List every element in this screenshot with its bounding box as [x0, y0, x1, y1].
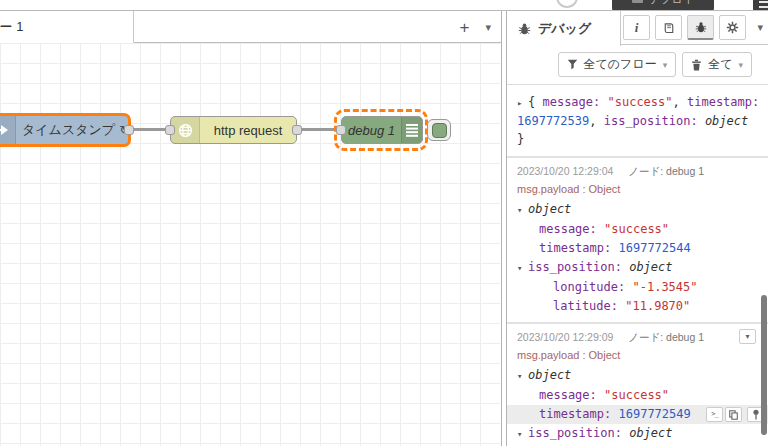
chevron-down-icon: ▾ [663, 60, 668, 70]
debug-tab-title: デバッグ [538, 20, 591, 38]
flow-tab-label: フロー 1 [0, 18, 23, 36]
tree-row-iss-position: ▾iss_position: object [517, 424, 760, 444]
filter-icon [567, 59, 578, 70]
message-menu-button[interactable]: ▾ [739, 329, 756, 344]
hamburger-icon [759, 6, 768, 8]
book-icon [663, 22, 675, 34]
debug-message: 2023/10/20 12:29:04 ノード: debug 1 msg.pay… [507, 158, 768, 324]
collapse-caret-icon[interactable]: ▾ [517, 425, 528, 444]
inject-node-label: タイムスタンプ ↻ [16, 116, 135, 144]
tree-row-object: ▾object [517, 366, 760, 386]
message-meta: msg.payload : Object [517, 183, 760, 195]
collapse-caret-icon[interactable]: ▾ [517, 259, 528, 278]
flow-canvas[interactable]: タイムスタンプ ↻ http request [0, 43, 500, 446]
pin-icon [752, 409, 760, 420]
flow-tab[interactable]: フロー 1 [0, 11, 134, 43]
tab-debug[interactable]: デバッグ [507, 11, 621, 46]
tree-row-iss-position: ▾iss_position: object [517, 258, 760, 278]
sidebar-header: デバッグ i [507, 11, 768, 45]
flow-tabbar: フロー 1 + ▾ [0, 11, 501, 43]
expand-caret-icon[interactable]: ▸ [517, 94, 528, 112]
copy-icon [729, 410, 738, 420]
workspace: フロー 1 + ▾ タイムスタンプ ↻ [0, 11, 502, 446]
console-icon: >_ [711, 405, 717, 424]
debug-message-list: ▸{ message: "success", timestamp: 169777… [507, 86, 768, 446]
chevron-down-icon: ▾ [738, 60, 743, 70]
tree-row-latitude: latitude: "11.9870" [517, 297, 760, 316]
tree-row-message: message: "success" [517, 220, 760, 239]
debug-input-port[interactable] [336, 125, 346, 135]
message-time: 2023/10/20 12:29:09 [517, 331, 613, 343]
debug-tab-button[interactable] [687, 15, 714, 40]
message-meta: msg.payload : Object [517, 349, 760, 361]
collapse-caret-icon[interactable]: ▾ [517, 367, 528, 386]
info-icon: i [635, 20, 639, 36]
debug-node[interactable]: debug 1 [341, 116, 423, 144]
message-node-ref[interactable]: ノード: debug 1 [628, 165, 704, 177]
http-input-port[interactable] [165, 125, 175, 135]
deploy-icon [632, 0, 643, 3]
deploy-label: デプロイ [649, 0, 694, 7]
tree-row-timestamp: timestamp: 1697772544 [517, 239, 760, 258]
debug-node-label: debug 1 [342, 117, 401, 143]
help-tab-button[interactable] [655, 15, 682, 40]
collapsed-object-summary: ▸{ message: "success", timestamp: 169777… [517, 91, 760, 150]
config-tab-button[interactable] [719, 15, 746, 40]
message-header: 2023/10/20 12:29:09 ノード: debug 1 ▾ [517, 331, 760, 345]
bug-icon [695, 21, 707, 33]
debug-lines-icon [401, 117, 422, 143]
message-node-ref[interactable]: ノード: debug 1 [628, 331, 704, 343]
bug-icon [518, 22, 531, 35]
tree-row-longitude: longitude: "-1.3545" [517, 278, 760, 297]
collapse-caret-icon[interactable]: ▾ [517, 201, 528, 220]
node-red-app: デプロイ フロー 1 + ▾ [0, 0, 768, 446]
debug-sidebar: デバッグ i [506, 11, 768, 446]
inject-output-port[interactable] [124, 125, 134, 135]
copy-value-button[interactable] [725, 407, 742, 422]
clear-label: 全て [708, 56, 732, 73]
hamburger-icon [759, 1, 768, 3]
message-time: 2023/10/20 12:29:04 [517, 165, 613, 177]
tree-row-message: message: "success" [517, 386, 760, 405]
http-output-port[interactable] [292, 125, 302, 135]
http-node-label: http request [200, 117, 296, 143]
flow-list-chevron-down-icon[interactable]: ▾ [485, 21, 491, 34]
chevron-down-icon: ▾ [745, 332, 749, 341]
main-row: フロー 1 + ▾ タイムスタンプ ↻ [0, 10, 768, 446]
debug-message: ▸{ message: "success", timestamp: 169777… [507, 86, 768, 158]
sidebar-tab-buttons: i [623, 15, 746, 40]
add-flow-button[interactable]: + [460, 19, 470, 36]
inject-icon [0, 116, 16, 144]
globe-icon [171, 117, 200, 143]
debug-message: 2023/10/20 12:29:09 ノード: debug 1 ▾ msg.p… [507, 324, 768, 446]
user-circle-icon[interactable] [556, 0, 578, 8]
debug-toolbar: 全てのフロー ▾ 全て ▾ [507, 45, 768, 85]
http-request-node[interactable]: http request [170, 116, 297, 144]
message-header: 2023/10/20 12:29:04 ノード: debug 1 [517, 165, 760, 179]
sidebar-menu-chevron-down-icon[interactable]: ▾ [757, 21, 763, 34]
scrollbar-thumb[interactable] [761, 295, 767, 435]
flow-filter-label: 全てのフロー [584, 56, 657, 73]
debug-enable-toggle[interactable] [427, 119, 451, 141]
trash-icon [691, 59, 702, 71]
tree-row-timestamp-highlighted: timestamp: 1697772549 >_ [507, 405, 768, 424]
tree-row-object: ▾object [517, 200, 760, 220]
copy-path-button[interactable]: >_ [706, 407, 723, 422]
inject-node[interactable]: タイムスタンプ ↻ [0, 113, 131, 147]
row-tools: >_ [706, 407, 764, 422]
flow-filter-button[interactable]: 全てのフロー ▾ [558, 52, 677, 77]
gear-icon [726, 21, 739, 34]
clear-messages-button[interactable]: 全て ▾ [682, 52, 752, 77]
info-tab-button[interactable]: i [623, 15, 650, 40]
tab-actions: + ▾ [460, 11, 491, 43]
